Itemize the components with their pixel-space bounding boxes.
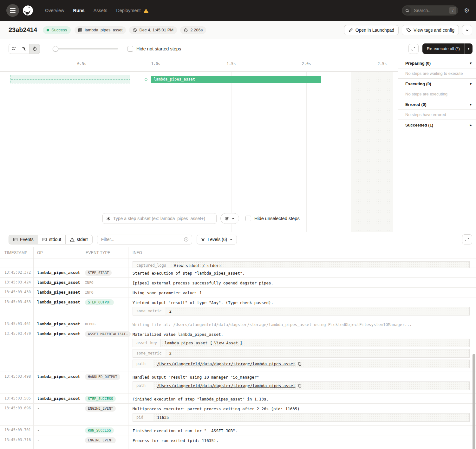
stopwatch-icon	[32, 46, 37, 51]
checkbox-icon[interactable]	[245, 216, 251, 221]
top-nav: OverviewRunsAssetsDeployment Search... /…	[0, 0, 476, 21]
tab-Events[interactable]: Events	[9, 235, 38, 244]
event-type-cell: STEP_OUTPUT	[82, 297, 128, 319]
settings-gear-icon[interactable]: ⚙	[464, 7, 470, 14]
tab-stderr[interactable]: stderr	[66, 235, 93, 244]
event-type-badge: INFO	[85, 280, 94, 286]
table-row[interactable]: 13:45:03.470lambda_pipes_assetASSET_MATE…	[0, 329, 476, 372]
event-timestamp: 13:45:02.372	[0, 268, 33, 277]
chevron-down-icon: ▾	[470, 102, 472, 107]
nav-item-runs[interactable]: Runs	[73, 8, 84, 13]
dagster-logo-icon[interactable]	[21, 3, 35, 17]
event-info: Using some_parameter value: 1	[128, 288, 476, 297]
duration-view-button[interactable]	[29, 44, 40, 54]
metadata-link[interactable]: /Users/alangenfeld/data/dagster/storage/…	[157, 383, 296, 388]
event-type-badge: ASSET_MATERIALIZAT…	[85, 331, 131, 337]
hide-unselected-checkbox[interactable]: Hide unselected steps	[245, 216, 300, 221]
events-fullscreen-button[interactable]	[462, 234, 472, 244]
flat-view-button[interactable]	[9, 44, 19, 54]
warning-icon	[143, 8, 149, 13]
events-scrollbar-thumb[interactable]	[473, 354, 475, 449]
nav-item-assets[interactable]: Assets	[94, 8, 108, 13]
run-actions-chevron-button[interactable]	[462, 25, 472, 35]
sidebar-section-header[interactable]: Preparing (0)▾	[398, 58, 476, 68]
table-row[interactable]: 13:45:03.461lambda_pipes_assetDEBUGWriti…	[0, 319, 476, 329]
table-row[interactable]: captured_logsView stdout / stderr	[0, 258, 476, 268]
nav-item-overview[interactable]: Overview	[45, 8, 64, 13]
levels-dropdown[interactable]: Levels (6)	[197, 235, 237, 244]
metadata-key: captured_logs	[133, 262, 170, 268]
waterfall-view-button[interactable]	[19, 44, 29, 54]
hamburger-menu-button[interactable]	[6, 4, 19, 17]
table-row[interactable]: 13:45:03.498lambda_pipes_assetHANDLED_OU…	[0, 372, 476, 394]
table-row[interactable]: 13:45:03.696-ENGINE_EVENTMultiprocess ex…	[0, 404, 476, 426]
expand-icon	[465, 237, 470, 242]
graph-query-toggle-button[interactable]	[220, 213, 239, 224]
event-metadata-entry: some_metric2	[133, 307, 470, 316]
table-row[interactable]: 13:45:03.438lambda_pipes_assetINFOUsing …	[0, 288, 476, 297]
status-dot	[47, 29, 49, 31]
tag-icon	[406, 28, 411, 32]
event-type-cell: DEBUG	[82, 319, 128, 329]
tab-stdout[interactable]: stdout	[38, 235, 66, 244]
clear-filter-icon[interactable]	[184, 237, 189, 242]
table-row[interactable]: 13:45:03.424lambda_pipes_assetINFO[pipes…	[0, 278, 476, 288]
gantt-toolbar: Hide not started steps Re-execute all (*…	[0, 39, 476, 58]
step-subset-input[interactable]: Type a step subset (ex: lambda_pipes_ass…	[102, 213, 217, 224]
search-input[interactable]: Search... /	[402, 5, 458, 16]
view-tags-and-config-button[interactable]: View tags and config	[402, 25, 459, 35]
metadata-link[interactable]: /Users/alangenfeld/data/dagster/storage/…	[157, 361, 296, 366]
chevron-down-icon	[465, 28, 469, 32]
nav-item-deployment[interactable]: Deployment	[116, 8, 148, 13]
event-type-cell: INFO	[82, 288, 128, 297]
nav-item-label: Deployment	[116, 8, 140, 13]
view-mode-group	[9, 44, 40, 54]
event-timestamp: 13:45:03.438	[0, 288, 33, 297]
sidebar-section-header[interactable]: Errored (0)▾	[398, 99, 476, 109]
run-tag[interactable]: Dec 4, 1:45:01 PM	[129, 26, 177, 34]
reexecute-dropdown-caret[interactable]: ▾	[464, 43, 473, 54]
table-row[interactable]: 13:45:03.701-RUN_SUCCESSFinished executi…	[0, 426, 476, 435]
event-timestamp: 13:45:03.498	[0, 372, 33, 394]
event-metadata-entry: path/Users/alangenfeld/data/dagster/stor…	[133, 381, 470, 390]
metadata-link[interactable]: View Asset	[214, 341, 238, 345]
copy-icon[interactable]	[297, 384, 302, 388]
event-type-badge: RUN_SUCCESS	[85, 427, 114, 433]
reexecute-all-button[interactable]: Re-execute all (*) ▾	[422, 43, 473, 54]
run-tag[interactable]: lambda_pipes_asset	[75, 26, 126, 34]
column-header-event-type: EVENT TYPE	[82, 251, 128, 255]
axis-tick-label: 0.5s	[77, 62, 87, 66]
table-row[interactable]: 13:45:03.505lambda_pipes_assetSTEP_SUCCE…	[0, 394, 476, 404]
run-tag[interactable]: 2.286s	[180, 26, 206, 34]
metadata-value-text: ]	[240, 341, 243, 345]
sidebar-empty-message: No steps are waiting to execute	[398, 68, 476, 78]
zoom-slider[interactable]	[53, 48, 118, 49]
status-badge: Success	[43, 26, 71, 34]
sidebar-section-header[interactable]: Executing (0)▾	[398, 79, 476, 89]
event-timestamp: 13:45:03.701	[0, 426, 33, 435]
checkbox-icon[interactable]	[127, 46, 133, 52]
copy-icon[interactable]	[297, 362, 302, 366]
gantt-planned-range	[10, 75, 130, 83]
table-row[interactable]: 13:45:03.453lambda_pipes_assetSTEP_OUTPU…	[0, 297, 476, 319]
gantt-step-bar[interactable]: lambda_pipes_asset	[151, 76, 321, 83]
hide-not-started-checkbox[interactable]: Hide not started steps	[127, 46, 181, 52]
gantt-fullscreen-button[interactable]	[408, 44, 419, 54]
chevron-down-icon	[230, 238, 233, 241]
axis-tick-label: 1.0s	[151, 62, 160, 66]
table-row[interactable]: 13:45:03.716-ENGINE_EVENTProcess for run…	[0, 435, 476, 445]
event-info: captured_logsView stdout / stderr	[128, 258, 476, 268]
zoom-slider-handle[interactable]	[53, 46, 58, 52]
pencil-icon	[349, 28, 353, 32]
event-op: lambda_pipes_asset	[33, 319, 82, 329]
open-in-launchpad-button[interactable]: Open in Launchpad	[344, 25, 399, 35]
metadata-value: /Users/alangenfeld/data/dagster/storage/…	[153, 382, 305, 390]
axis-tick-label: 2.0s	[302, 62, 311, 66]
event-info: Yielded output "result" of type "Any". (…	[128, 297, 476, 319]
gantt-section: 0.5s1.0s1.5s2.0s2.5s lambda_pipes_asset …	[0, 58, 476, 232]
event-info-text: Yielded output "result" of type "Any". (…	[133, 300, 468, 305]
event-op: lambda_pipes_asset	[33, 297, 82, 319]
sidebar-section-header[interactable]: Succeeded (1)▸	[398, 120, 476, 130]
table-row[interactable]: 13:45:02.372lambda_pipes_assetSTEP_START…	[0, 268, 476, 278]
log-filter-input[interactable]: Filter...	[97, 235, 192, 244]
